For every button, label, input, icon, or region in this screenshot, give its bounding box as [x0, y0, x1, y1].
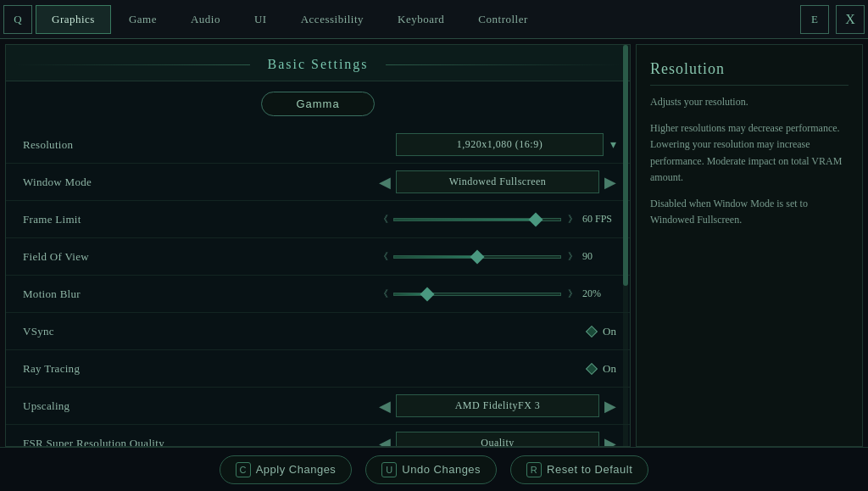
nav-tabs: Graphics Game Audio UI Accessibility Key… [32, 0, 800, 38]
panel-title: Basic Settings [267, 57, 368, 72]
setting-row-upscaling: Upscaling ◀ AMD FidelityFX 3 ▶ [6, 388, 630, 425]
tab-accessibility[interactable]: Accessibility [285, 5, 380, 34]
toggle-diamond-icon [586, 362, 598, 374]
setting-row-frame-limit: Frame Limit 《 》 60 FPS [6, 201, 630, 238]
slider-handle[interactable] [528, 212, 542, 226]
setting-control-fsr: ◀ Quality ▶ [192, 432, 616, 447]
nav-right-icon[interactable]: E [800, 5, 829, 34]
slider-left-arrows[interactable]: 《 [379, 250, 387, 263]
tab-ui[interactable]: UI [238, 5, 283, 34]
tab-game[interactable]: Game [113, 5, 173, 34]
setting-control-frame-limit: 《 》 60 FPS [192, 213, 616, 226]
setting-row-fov: Field Of View 《 》 90 [6, 238, 630, 276]
setting-row-motion-blur: Motion Blur 《 》 20% [6, 276, 630, 313]
setting-row-vsync: VSync On [6, 313, 630, 350]
scrollbar[interactable] [623, 45, 628, 446]
setting-label-ray-tracing: Ray Tracing [23, 362, 192, 376]
setting-control-fov: 《 》 90 [192, 250, 616, 263]
top-nav: Q Graphics Game Audio UI Accessibility K… [0, 0, 868, 39]
setting-control-upscaling: ◀ AMD FidelityFX 3 ▶ [192, 394, 616, 417]
info-desc-1: Adjusts your resolution. [650, 94, 849, 110]
slider-fill [394, 256, 477, 258]
setting-label-window-mode: Window Mode [23, 176, 192, 189]
slider-track[interactable] [393, 293, 561, 296]
fsr-value: Quality [396, 432, 599, 447]
slider-track[interactable] [393, 218, 561, 221]
apply-key-label: C [236, 462, 251, 477]
slider-right-arrows[interactable]: 》 [568, 250, 576, 263]
setting-control-ray-tracing: On [192, 362, 616, 376]
panel-header: Basic Settings [6, 45, 630, 81]
setting-row-ray-tracing: Ray Tracing On [6, 350, 630, 388]
info-desc-3: Disabled when Window Mode is set to Wind… [650, 196, 849, 228]
selector-right-arrow[interactable]: ▶ [604, 173, 616, 192]
frame-limit-slider: 《 》 60 FPS [379, 213, 616, 226]
setting-label-fov: Field Of View [23, 250, 192, 264]
selector-left-arrow[interactable]: ◀ [379, 173, 391, 192]
setting-label-frame-limit: Frame Limit [23, 213, 192, 226]
setting-row-fsr: FSR Super Resolution Quality ◀ Quality ▶ [6, 425, 630, 447]
gamma-button[interactable]: Gamma [261, 92, 374, 116]
slider-right-arrows[interactable]: 》 [568, 287, 576, 300]
setting-control-window-mode: ◀ Windowed Fullscreen ▶ [192, 170, 616, 193]
setting-control-motion-blur: 《 》 20% [192, 287, 616, 300]
reset-key-label: R [526, 462, 542, 477]
info-panel-title: Resolution [650, 60, 849, 86]
left-panel: Basic Settings Gamma Resolution 1,920x1,… [5, 44, 631, 447]
tab-controller[interactable]: Controller [462, 5, 543, 34]
dropdown-arrow-icon: ▾ [610, 137, 616, 152]
resolution-value[interactable]: 1,920x1,080 (16:9) [396, 133, 604, 156]
slider-left-arrows[interactable]: 《 [379, 213, 387, 226]
scrollbar-thumb[interactable] [623, 45, 628, 286]
slider-value: 90 [582, 250, 616, 263]
setting-control-vsync: On [192, 325, 616, 338]
main-content: Basic Settings Gamma Resolution 1,920x1,… [0, 39, 868, 447]
info-desc-2: Higher resolutions may decrease performa… [650, 120, 849, 186]
slider-right-arrows[interactable]: 》 [568, 213, 576, 226]
selector-left-arrow[interactable]: ◀ [379, 397, 391, 416]
resolution-dropdown[interactable]: 1,920x1,080 (16:9) ▾ [396, 133, 616, 156]
close-button[interactable]: X [836, 5, 865, 34]
selector-left-arrow[interactable]: ◀ [379, 434, 391, 448]
gamma-btn-wrap: Gamma [6, 81, 630, 123]
setting-row-window-mode: Window Mode ◀ Windowed Fullscreen ▶ [6, 164, 630, 201]
settings-list: Resolution 1,920x1,080 (16:9) ▾ Window M… [6, 123, 630, 447]
toggle-diamond-icon [586, 325, 598, 337]
tab-keyboard[interactable]: Keyboard [381, 5, 460, 34]
apply-changes-button[interactable]: C Apply Changes [220, 455, 353, 484]
upscaling-value: AMD FidelityFX 3 [396, 394, 599, 417]
setting-label-upscaling: Upscaling [23, 399, 192, 413]
selector-right-arrow[interactable]: ▶ [604, 434, 616, 448]
motion-blur-slider: 《 》 20% [379, 287, 616, 300]
header-deco-left [14, 64, 250, 65]
fsr-selector: ◀ Quality ▶ [379, 432, 616, 447]
vsync-toggle[interactable]: On [587, 325, 616, 338]
fov-slider: 《 》 90 [379, 250, 616, 263]
setting-label-resolution: Resolution [23, 138, 192, 152]
slider-value: 60 FPS [582, 213, 616, 226]
setting-row-resolution: Resolution 1,920x1,080 (16:9) ▾ [6, 126, 630, 164]
right-panel: Resolution Adjusts your resolution. High… [636, 44, 863, 447]
slider-track[interactable] [393, 255, 561, 259]
nav-left-icon[interactable]: Q [3, 5, 32, 34]
selector-right-arrow[interactable]: ▶ [604, 397, 616, 416]
window-mode-selector: ◀ Windowed Fullscreen ▶ [379, 170, 616, 193]
tab-audio[interactable]: Audio [175, 5, 236, 34]
ray-tracing-toggle[interactable]: On [587, 362, 616, 376]
slider-fill [394, 219, 536, 220]
window-mode-value: Windowed Fullscreen [396, 170, 599, 193]
slider-handle[interactable] [470, 249, 485, 264]
header-deco-right [386, 64, 621, 65]
bottom-bar: C Apply Changes U Undo Changes R Reset t… [0, 447, 868, 491]
setting-control-resolution: 1,920x1,080 (16:9) ▾ [192, 133, 616, 156]
slider-value: 20% [582, 287, 616, 300]
slider-left-arrows[interactable]: 《 [379, 287, 387, 300]
setting-label-vsync: VSync [23, 325, 192, 338]
undo-changes-button[interactable]: U Undo Changes [365, 455, 497, 484]
undo-key-label: U [381, 462, 397, 477]
slider-handle[interactable] [420, 287, 435, 301]
tab-graphics[interactable]: Graphics [36, 5, 111, 34]
setting-label-motion-blur: Motion Blur [23, 287, 192, 301]
reset-default-button[interactable]: R Reset to Default [510, 455, 648, 484]
info-panel-text: Adjusts your resolution. Higher resoluti… [650, 94, 849, 228]
